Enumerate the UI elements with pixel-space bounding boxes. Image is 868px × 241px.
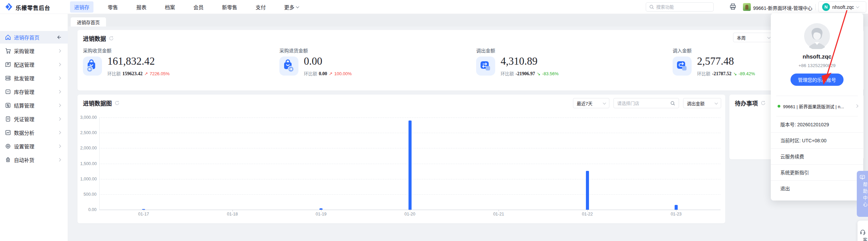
profile-avatar <box>804 23 830 49</box>
workspace-thumbnail <box>743 3 751 11</box>
auto-replenish-icon <box>5 157 11 163</box>
sidebar-item-home[interactable]: 进销存首页 <box>0 31 68 44</box>
profile-name: nhsoft.zqc <box>771 53 863 60</box>
sidebar-item-delivery[interactable]: 配送管理 <box>0 58 68 71</box>
customer-service-tab[interactable]: 客服 <box>857 221 868 241</box>
help-center-tab[interactable]: 帮助中心 <box>857 171 868 217</box>
metric-select[interactable]: 调出金额 <box>683 98 721 108</box>
account-switcher-row[interactable]: 99661 | 新界面果蔬版测试 | n... <box>771 99 863 113</box>
mom-pct: 7226.05% <box>150 71 170 76</box>
collapse-sidebar-icon[interactable] <box>56 34 62 40</box>
online-status-dot <box>778 105 780 108</box>
chevron-right-icon <box>58 158 61 162</box>
bar-chart-plot[interactable]: 3,000.002,500.002,000.001,500.001,000.00… <box>80 114 723 219</box>
gridline <box>99 117 721 118</box>
chevron-right-icon <box>58 145 61 148</box>
nav-item-new-retail[interactable]: 新零售 <box>218 1 241 13</box>
global-search[interactable] <box>646 2 714 12</box>
sidebar-item-label: 数据分析 <box>14 129 34 136</box>
x-axis-tick <box>232 210 233 211</box>
bar-01-23[interactable] <box>675 205 678 210</box>
mom-pct: -89.42% <box>739 71 755 76</box>
menu-item-update-guide[interactable]: 系统更新指引 <box>771 165 863 181</box>
chevron-down-icon <box>856 5 859 8</box>
menu-item-cloud-renewal[interactable]: 云服务续费 <box>771 149 863 165</box>
nav-item-more[interactable]: 更多 <box>280 1 303 13</box>
purchase-receive-icon <box>83 57 102 76</box>
sidebar-item-inventory[interactable]: 库存管理 <box>0 85 68 98</box>
divider <box>776 116 858 116</box>
nav-item-members[interactable]: 会员 <box>189 1 208 13</box>
user-menu-button[interactable]: N nhsoft.zqc <box>818 1 866 13</box>
nav-item-retail[interactable]: 零售 <box>104 1 122 13</box>
stat-label: 调入金额 <box>673 47 692 54</box>
sidebar-item-settlement[interactable]: 结算管理 <box>0 99 68 112</box>
sidebar-item-label: 配送管理 <box>14 61 34 68</box>
period-select[interactable]: 本周 <box>733 33 774 42</box>
sidebar-item-settings[interactable]: 设置管理 <box>0 140 68 152</box>
sidebar-item-auto-replenish[interactable]: 自动补货 <box>0 154 68 166</box>
x-axis-tick-label: 01-23 <box>662 212 690 216</box>
chevron-down-icon <box>767 35 771 39</box>
sidebar-item-label: 设置管理 <box>14 143 34 150</box>
help-center-label: 帮助中心 <box>857 182 868 209</box>
x-axis-tick <box>321 210 322 211</box>
mom-value: -21787.52 <box>712 71 731 77</box>
chevron-down-icon <box>715 101 718 105</box>
page-tab-home[interactable]: 进销存首页 <box>71 17 106 27</box>
x-axis-tick <box>410 210 410 211</box>
y-axis-tick-label: 500.00 <box>80 192 97 197</box>
boxes-icon <box>5 75 11 81</box>
stat-value: 0.00 <box>304 55 322 67</box>
y-axis-line <box>99 117 100 210</box>
account-label: 99661 | 新界面果蔬版测试 | n... <box>783 103 844 110</box>
cart-icon <box>5 48 11 54</box>
refresh-icon[interactable] <box>115 100 120 106</box>
store-filter[interactable] <box>613 98 679 108</box>
date-range-value: 最近7天 <box>577 100 592 107</box>
bar-01-19[interactable] <box>319 208 323 210</box>
chevron-right-icon <box>58 104 61 107</box>
x-axis-tick-label: 01-19 <box>308 212 335 216</box>
bar-01-17[interactable] <box>142 209 145 210</box>
refresh-icon[interactable] <box>761 100 766 106</box>
chevron-right-icon <box>58 90 61 94</box>
customer-service-label: 客服 <box>857 238 868 241</box>
stat-purchase-return: 采购退货金额 0.00 环比额 0.00 ↗ 100.00% <box>279 30 470 91</box>
date-range-select[interactable]: 最近7天 <box>573 98 609 108</box>
bar-01-22[interactable] <box>586 171 589 210</box>
stat-label: 采购收货金额 <box>83 47 111 54</box>
stat-mom: 环比额 0.00 ↗ 100.00% <box>304 70 352 77</box>
sidebar-item-purchase[interactable]: 采购管理 <box>0 45 68 57</box>
search-icon <box>649 4 654 10</box>
store-filter-input[interactable] <box>617 101 665 106</box>
mom-pct: 100.00% <box>334 71 351 76</box>
y-axis-tick-label: 1,500.00 <box>80 161 97 166</box>
lemon-logo-icon <box>5 3 13 11</box>
user-name: nhsoft.zqc <box>832 4 854 10</box>
user-avatar: N <box>822 3 830 11</box>
mom-value: 159623.42 <box>122 71 143 77</box>
chevron-right-icon <box>58 131 61 134</box>
nav-item-reports[interactable]: 报表 <box>132 1 151 13</box>
divider <box>815 4 816 10</box>
workspace-label: 99661-新界面环境-管理中心 <box>753 4 812 11</box>
manage-account-button[interactable]: 管理您的乐檬账号 <box>791 74 844 86</box>
stat-mom: 环比额 -21906.97 ↘ -83.56% <box>501 70 559 77</box>
menu-item-logout[interactable]: 退出 <box>771 181 863 197</box>
trend-up-icon: ↗ <box>144 71 148 76</box>
nav-item-archives[interactable]: 档案 <box>161 1 179 13</box>
nav-item-inventory[interactable]: 进销存 <box>70 1 93 13</box>
printer-icon[interactable] <box>729 3 736 10</box>
bar-01-20[interactable] <box>409 120 412 210</box>
sidebar-item-analytics[interactable]: 数据分析 <box>0 126 68 139</box>
sidebar-item-voucher[interactable]: 凭证管理 <box>0 113 68 125</box>
map-icon <box>5 61 11 68</box>
chevron-down-icon <box>296 5 299 8</box>
sidebar-item-wholesale[interactable]: 批发管理 <box>0 72 68 84</box>
x-axis-tick <box>499 210 499 211</box>
search-input[interactable] <box>656 4 707 10</box>
nav-item-payment[interactable]: 支付 <box>251 1 270 13</box>
dollar-icon <box>5 102 11 109</box>
user-dropdown-panel: nhsoft.zqc +86 13252290829 管理您的乐檬账号 9966… <box>771 13 863 200</box>
